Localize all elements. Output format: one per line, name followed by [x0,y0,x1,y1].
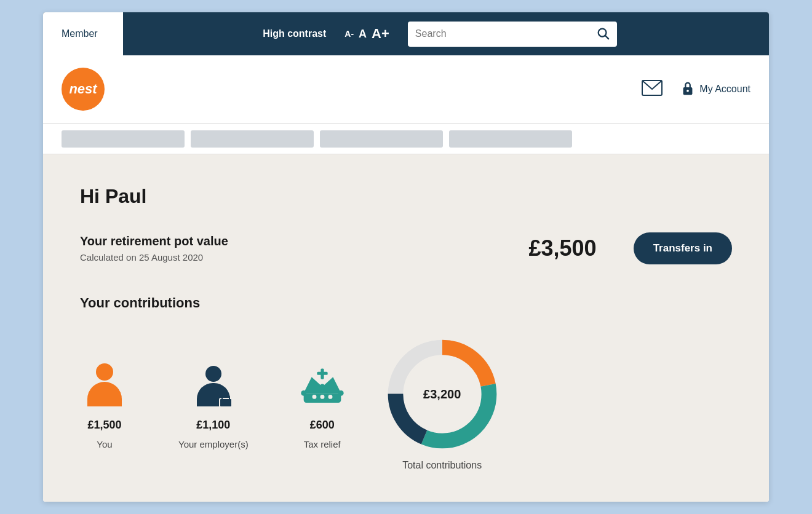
font-normal-button[interactable]: A [359,28,367,41]
contributions-title: Your contributions [80,295,732,311]
my-account-label: My Account [699,84,750,95]
contributions-section: Your contributions £1,500 You [80,295,732,471]
member-tab[interactable]: Member [43,12,123,55]
font-increase-button[interactable]: A+ [372,26,389,42]
font-size-controls: A- A A+ [344,26,389,42]
employer-icon [189,357,238,406]
tax-relief-label: Tax relief [304,439,341,449]
donut-chart: £3,200 [384,336,501,453]
nest-logo: nest [62,68,105,111]
pot-section: Your retirement pot value Calculated on … [80,232,732,264]
person-icon [80,357,129,406]
crown-icon [298,357,347,406]
search-button[interactable] [596,26,610,42]
contribution-items: £1,500 You [80,357,347,449]
employer-label: Your employer(s) [178,439,249,449]
account-link[interactable]: My Account [681,80,750,98]
header-right: My Account [642,80,750,98]
svg-line-1 [605,36,608,39]
mail-icon[interactable] [642,80,663,98]
nav-tab-2[interactable] [191,130,314,148]
you-amount: £1,500 [87,419,121,432]
svg-point-8 [338,390,344,396]
pot-date: Calculated on 25 August 2020 [80,252,504,263]
svg-point-4 [687,90,689,92]
nav-center: High contrast A- A A+ [123,22,769,47]
lock-icon [681,80,695,98]
svg-point-13 [320,395,324,399]
svg-point-14 [328,395,332,399]
member-tab-label: Member [62,28,98,39]
svg-point-9 [319,384,325,390]
you-label: You [97,439,112,449]
contributions-layout: £1,500 You [80,336,732,471]
svg-rect-11 [317,372,327,375]
main-content: Hi Paul Your retirement pot value Calcul… [43,154,769,502]
search-container [408,22,617,47]
contribution-you: £1,500 You [80,357,129,449]
donut-chart-wrapper: £3,200 Total contributions [384,336,501,471]
pot-label: Your retirement pot value [80,234,504,248]
greeting-heading: Hi Paul [80,185,732,208]
donut-center-text: £3,200 [423,387,461,401]
nav-tabs [43,124,769,154]
high-contrast-toggle[interactable]: High contrast [263,28,326,39]
nav-tab-4[interactable] [449,130,572,148]
nav-tab-3[interactable] [320,130,443,148]
total-contributions-label: Total contributions [402,460,482,471]
tax-relief-amount: £600 [310,419,335,432]
svg-point-7 [301,390,306,396]
pot-info: Your retirement pot value Calculated on … [80,234,504,263]
page-wrapper: Member High contrast A- A A+ nest [43,12,769,502]
pot-right: £3,500 Transfers in [529,232,732,264]
contribution-tax-relief: £600 Tax relief [298,357,347,449]
transfers-in-button[interactable]: Transfers in [634,232,732,264]
search-input[interactable] [415,28,596,39]
nav-tab-1[interactable] [62,130,185,148]
font-decrease-button[interactable]: A- [344,29,354,39]
employer-amount: £1,100 [196,419,230,432]
svg-point-12 [312,395,316,399]
header-bar: nest My Account [43,55,769,124]
pot-value: £3,500 [529,235,597,261]
top-nav: Member High contrast A- A A+ [43,12,769,55]
contribution-employer: £1,100 Your employer(s) [178,357,249,449]
